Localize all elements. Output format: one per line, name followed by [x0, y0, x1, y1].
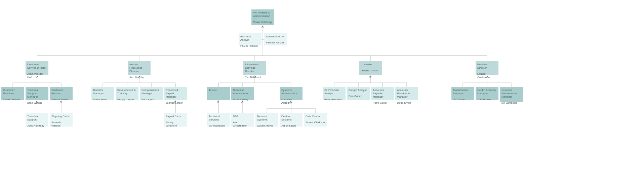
org-node-title: Database Administrator: [233, 89, 252, 95]
expand-icon[interactable]: ⟳: [253, 75, 256, 78]
org-node-dev-training[interactable]: Development & Training Peggy Casper: [116, 87, 138, 100]
org-node-title: Customer Returns: [51, 89, 71, 95]
expand-icon[interactable]: ⟳: [60, 101, 63, 104]
org-node-data-center[interactable]: Data Center James Clarkson: [304, 113, 327, 127]
org-node-payroll-clerk[interactable]: Payroll Clerk Penny Longhorn: [164, 113, 187, 127]
org-node-name: Petra Cobol: [373, 101, 392, 105]
org-node-name: Peggy Casper: [117, 98, 137, 101]
expand-icon[interactable]: ⟳: [36, 75, 38, 78]
org-node-shipping-clerk[interactable]: Shipping Clerk Amanda Watson: [50, 113, 73, 127]
org-node-name: Susan Aronis: [257, 124, 277, 128]
org-node-dba[interactable]: DBA Alan Christensen: [231, 113, 254, 127]
org-node-title: Customer Service Director: [27, 63, 47, 70]
org-node-customer-returns[interactable]: Customer Returns Wanda Fisher: [50, 87, 73, 100]
expand-icon[interactable]: ⟳: [369, 75, 372, 78]
org-node-records-payroll-mgr[interactable]: Records & Payroll Manager Joshua Larsen: [164, 87, 187, 100]
org-node-tech-support[interactable]: Technical Support Jody Kennedy: [26, 113, 48, 127]
org-node-name: Pamela Hillson: [266, 41, 285, 44]
org-node-name: Bill Matheson: [209, 124, 228, 128]
org-node-title: Desktop Systems: [281, 115, 301, 122]
org-node-title: Health & Safety Manager: [477, 89, 497, 95]
org-node-title: Business Analyst: [240, 35, 260, 42]
org-node-accounts-payable-mgr[interactable]: Accounts Payable Manager Petra Cobol: [371, 87, 394, 100]
org-node-systems-admin[interactable]: Systems Administrator Madeline Albrecht: [280, 87, 303, 100]
expand-icon[interactable]: ⟳: [138, 75, 140, 78]
org-node-technical-services[interactable]: Technical Services Bill Matheson: [207, 113, 230, 127]
expand-icon[interactable]: ⟳: [174, 101, 177, 104]
org-node-title: Accounts Payable Manager: [373, 89, 392, 99]
org-node-title: Data Center: [306, 115, 325, 118]
org-chart-connectors: [0, 0, 644, 171]
org-node-title: Controller: [361, 63, 380, 66]
org-node-name: Diane Miller: [93, 98, 113, 101]
org-node-controller[interactable]: Controller Leeland Olson: [359, 61, 382, 75]
org-node-database-admin[interactable]: Database Administrator Scott Betany: [231, 87, 254, 100]
org-node-name: Tom Brown: [477, 98, 497, 101]
org-node-name: Paula Dahlberg: [253, 21, 273, 24]
org-node-name: Jason Leigh: [281, 124, 301, 128]
org-node-customer-relations[interactable]: Customer Relations Carrie Jenkins: [1, 87, 24, 100]
org-node-name: Amanda Watson: [51, 121, 71, 128]
org-node-title: Technical Services: [209, 115, 228, 122]
org-node-title: Benefits Manager: [93, 89, 113, 95]
org-node-vp[interactable]: VP, Finance & Administration Paula Dahlb…: [251, 9, 274, 25]
org-node-facilities-director[interactable]: Facilities Director Lenore Craftsman: [476, 61, 498, 75]
expand-icon[interactable]: ⟳: [486, 75, 488, 78]
org-node-tech-support-mgr[interactable]: Technical Support Manager Brad Wilson: [26, 87, 48, 100]
org-node-title: Telcom: [209, 89, 228, 92]
org-node-compensation-mgr[interactable]: Compensation Manager Paul Ryan: [140, 87, 163, 100]
org-node-name: Jim Olson: [453, 98, 473, 101]
org-node-assistant-vp[interactable]: Assistant to VP Pamela Hillson: [264, 33, 287, 45]
org-node-maintenance-mgr[interactable]: Maintenance Manager Jim Olson: [451, 87, 474, 100]
expand-icon[interactable]: ⟳: [290, 101, 292, 104]
org-node-grounds-maintenance-mgr[interactable]: Grounds Maintenance Manager Bill Jameson: [500, 87, 523, 102]
org-node-is-director[interactable]: Information Services Director Tim Blackw…: [243, 61, 266, 75]
org-node-network-systems[interactable]: Network Systems Susan Aronis: [255, 113, 278, 127]
org-node-title: Systems Administrator: [281, 89, 301, 95]
org-node-title: Grounds Maintenance Manager: [501, 89, 521, 99]
org-node-title: Records & Payroll Manager: [166, 89, 185, 99]
org-node-benefits-mgr[interactable]: Benefits Manager Diane Miller: [91, 87, 114, 100]
org-node-title: Assistant to VP: [266, 35, 285, 38]
org-node-name: Leeland Olson: [361, 69, 380, 72]
org-node-name: Carrie Jenkins: [3, 98, 23, 101]
org-node-title: Information Services Director: [245, 63, 265, 73]
org-node-customer-service-director[interactable]: Customer Service Director Janis van der …: [26, 61, 48, 75]
org-node-name: Penny Longhorn: [166, 121, 185, 128]
org-node-title: Accounts Receivable Manager: [397, 89, 416, 99]
org-node-sr-financial-analyst[interactable]: Sr. Financial Analyst Beth Manowitz: [323, 87, 346, 100]
org-node-telcom[interactable]: Telcom: [207, 87, 230, 100]
org-node-title: Maintenance Manager: [453, 89, 473, 95]
org-node-name: Alan Christensen: [233, 121, 252, 128]
org-node-business-analyst[interactable]: Business Analyst Phyllis Hollson: [239, 33, 261, 45]
org-node-title: Sr. Financial Analyst: [324, 89, 344, 95]
org-node-title: Network Systems: [257, 115, 277, 122]
expand-icon[interactable]: ⟳: [261, 26, 264, 29]
org-node-name: Bill Jameson: [501, 101, 521, 105]
expand-icon[interactable]: ⟳: [217, 101, 220, 104]
org-node-title: Technical Support: [27, 115, 47, 122]
org-node-name: Phyllis Hollson: [240, 44, 260, 48]
org-node-budget-analyst[interactable]: Budget Analyst Dan Cohen: [347, 87, 370, 100]
org-node-name: Dan Cohen: [349, 95, 368, 98]
org-node-accounts-receivable-mgr[interactable]: Accounts Receivable Manager Doug Smith: [395, 87, 418, 100]
org-node-title: Customer Relations: [3, 89, 23, 95]
expand-icon[interactable]: ⟳: [36, 101, 38, 104]
org-node-health-safety-mgr[interactable]: Health & Safety Manager Tom Brown: [476, 87, 498, 100]
expand-icon[interactable]: ⟳: [241, 101, 244, 104]
org-node-title: Development & Training: [117, 89, 137, 95]
org-node-name: Paul Ryan: [142, 98, 161, 101]
org-node-title: VP, Finance & Administration: [253, 11, 273, 18]
org-node-title: Technical Support Manager: [27, 89, 47, 99]
org-node-title: Human Resources Director: [129, 63, 149, 73]
org-node-hr-director[interactable]: Human Resources Director Ann Murphy: [128, 61, 151, 75]
org-node-title: DBA: [233, 115, 252, 118]
org-node-title: Budget Analyst: [349, 89, 368, 92]
org-node-desktop-systems[interactable]: Desktop Systems Jason Leigh: [280, 113, 303, 127]
org-node-name: Beth Manowitz: [324, 98, 344, 101]
org-node-name: James Clarkson: [306, 121, 325, 124]
org-node-title: Payroll Clerk: [166, 115, 185, 118]
org-node-name: Jody Kennedy: [27, 124, 47, 128]
org-node-title: Facilities Director: [477, 63, 497, 70]
org-node-title: Shipping Clerk: [51, 115, 71, 118]
